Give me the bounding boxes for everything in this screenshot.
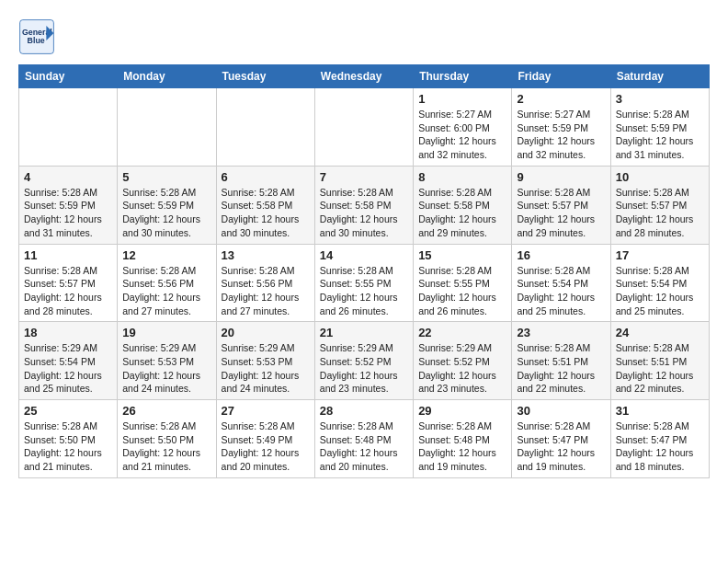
day-info: Sunrise: 5:28 AM Sunset: 5:59 PM Dayligh… [616,108,704,162]
day-info: Sunrise: 5:28 AM Sunset: 5:55 PM Dayligh… [418,264,506,318]
day-number: 17 [616,248,704,262]
calendar-week-row: 4Sunrise: 5:28 AM Sunset: 5:59 PM Daylig… [19,166,710,244]
day-number: 6 [222,170,310,184]
weekday-header-tuesday: Tuesday [216,65,314,88]
calendar-cell: 30Sunrise: 5:28 AM Sunset: 5:47 PM Dayli… [512,400,610,478]
calendar-week-row: 1Sunrise: 5:27 AM Sunset: 6:00 PM Daylig… [19,88,710,167]
calendar-cell: 18Sunrise: 5:29 AM Sunset: 5:54 PM Dayli… [19,322,118,400]
day-number: 26 [122,404,210,418]
day-info: Sunrise: 5:28 AM Sunset: 5:51 PM Dayligh… [616,341,704,396]
day-number: 19 [122,326,210,339]
day-number: 28 [320,404,408,418]
day-number: 4 [24,170,112,184]
calendar-cell [118,88,216,167]
calendar-week-row: 25Sunrise: 5:28 AM Sunset: 5:50 PM Dayli… [19,400,710,478]
day-info: Sunrise: 5:29 AM Sunset: 5:54 PM Dayligh… [24,341,112,396]
day-number: 27 [222,404,310,418]
calendar-week-row: 11Sunrise: 5:28 AM Sunset: 5:57 PM Dayli… [19,244,710,322]
svg-text:Blue: Blue [28,36,45,45]
calendar-cell: 31Sunrise: 5:28 AM Sunset: 5:47 PM Dayli… [610,400,709,478]
calendar-cell: 5Sunrise: 5:28 AM Sunset: 5:59 PM Daylig… [118,166,216,244]
calendar-cell: 20Sunrise: 5:29 AM Sunset: 5:53 PM Dayli… [216,322,314,400]
day-number: 9 [517,170,605,184]
calendar-cell: 13Sunrise: 5:28 AM Sunset: 5:56 PM Dayli… [216,244,314,322]
day-number: 7 [320,170,408,184]
calendar-cell: 26Sunrise: 5:28 AM Sunset: 5:50 PM Dayli… [118,400,216,478]
day-info: Sunrise: 5:28 AM Sunset: 5:47 PM Dayligh… [517,419,605,474]
day-info: Sunrise: 5:29 AM Sunset: 5:53 PM Dayligh… [222,341,310,396]
calendar-cell: 15Sunrise: 5:28 AM Sunset: 5:55 PM Dayli… [414,244,512,322]
calendar-cell: 2Sunrise: 5:27 AM Sunset: 5:59 PM Daylig… [512,88,610,167]
weekday-header-wednesday: Wednesday [314,65,413,88]
logo: General Blue [18,18,59,55]
day-number: 30 [517,404,605,418]
day-info: Sunrise: 5:28 AM Sunset: 5:57 PM Dayligh… [517,186,605,240]
day-number: 29 [418,404,506,418]
calendar-cell: 6Sunrise: 5:28 AM Sunset: 5:58 PM Daylig… [216,166,314,244]
day-info: Sunrise: 5:28 AM Sunset: 5:54 PM Dayligh… [616,264,704,318]
day-number: 21 [320,326,408,339]
calendar-cell [314,88,413,167]
day-info: Sunrise: 5:29 AM Sunset: 5:53 PM Dayligh… [122,341,210,396]
weekday-header-thursday: Thursday [414,65,512,88]
day-number: 1 [418,92,506,106]
calendar-cell: 24Sunrise: 5:28 AM Sunset: 5:51 PM Dayli… [610,322,709,400]
calendar-cell [19,88,118,167]
day-info: Sunrise: 5:28 AM Sunset: 5:59 PM Dayligh… [122,186,210,240]
day-info: Sunrise: 5:28 AM Sunset: 5:48 PM Dayligh… [418,419,506,474]
day-number: 8 [418,170,506,184]
day-number: 13 [222,248,310,262]
calendar-cell: 3Sunrise: 5:28 AM Sunset: 5:59 PM Daylig… [610,88,709,167]
day-number: 14 [320,248,408,262]
day-info: Sunrise: 5:28 AM Sunset: 5:56 PM Dayligh… [122,264,210,318]
calendar-cell: 22Sunrise: 5:29 AM Sunset: 5:52 PM Dayli… [414,322,512,400]
day-info: Sunrise: 5:28 AM Sunset: 5:57 PM Dayligh… [616,186,704,240]
weekday-header-friday: Friday [512,65,610,88]
calendar-cell: 16Sunrise: 5:28 AM Sunset: 5:54 PM Dayli… [512,244,610,322]
calendar-cell: 8Sunrise: 5:28 AM Sunset: 5:58 PM Daylig… [414,166,512,244]
calendar-cell: 17Sunrise: 5:28 AM Sunset: 5:54 PM Dayli… [610,244,709,322]
calendar-cell: 28Sunrise: 5:28 AM Sunset: 5:48 PM Dayli… [314,400,413,478]
calendar-cell: 29Sunrise: 5:28 AM Sunset: 5:48 PM Dayli… [414,400,512,478]
day-number: 12 [122,248,210,262]
day-number: 10 [616,170,704,184]
weekday-header-row: SundayMondayTuesdayWednesdayThursdayFrid… [19,65,710,88]
day-info: Sunrise: 5:28 AM Sunset: 5:58 PM Dayligh… [418,186,506,240]
calendar-cell: 21Sunrise: 5:29 AM Sunset: 5:52 PM Dayli… [314,322,413,400]
day-info: Sunrise: 5:28 AM Sunset: 5:50 PM Dayligh… [24,419,112,474]
day-number: 25 [24,404,112,418]
day-info: Sunrise: 5:28 AM Sunset: 5:50 PM Dayligh… [122,419,210,474]
day-number: 20 [222,326,310,339]
day-number: 5 [122,170,210,184]
weekday-header-saturday: Saturday [610,65,709,88]
day-info: Sunrise: 5:28 AM Sunset: 5:47 PM Dayligh… [616,419,704,474]
calendar-table: SundayMondayTuesdayWednesdayThursdayFrid… [18,64,710,478]
day-number: 11 [24,248,112,262]
calendar-cell: 1Sunrise: 5:27 AM Sunset: 6:00 PM Daylig… [414,88,512,167]
day-info: Sunrise: 5:28 AM Sunset: 5:48 PM Dayligh… [320,419,408,474]
calendar-week-row: 18Sunrise: 5:29 AM Sunset: 5:54 PM Dayli… [19,322,710,400]
logo-icon: General Blue [18,18,55,55]
day-info: Sunrise: 5:28 AM Sunset: 5:58 PM Dayligh… [222,186,310,240]
day-info: Sunrise: 5:28 AM Sunset: 5:49 PM Dayligh… [222,419,310,474]
day-number: 18 [24,326,112,339]
calendar-cell: 19Sunrise: 5:29 AM Sunset: 5:53 PM Dayli… [118,322,216,400]
day-info: Sunrise: 5:28 AM Sunset: 5:51 PM Dayligh… [517,341,605,396]
calendar-cell: 4Sunrise: 5:28 AM Sunset: 5:59 PM Daylig… [19,166,118,244]
day-info: Sunrise: 5:28 AM Sunset: 5:56 PM Dayligh… [222,264,310,318]
day-number: 31 [616,404,704,418]
day-info: Sunrise: 5:28 AM Sunset: 5:57 PM Dayligh… [24,264,112,318]
day-number: 16 [517,248,605,262]
day-number: 22 [418,326,506,339]
calendar-cell: 27Sunrise: 5:28 AM Sunset: 5:49 PM Dayli… [216,400,314,478]
day-number: 23 [517,326,605,339]
day-number: 3 [616,92,704,106]
header: General Blue [18,18,710,55]
calendar-cell: 10Sunrise: 5:28 AM Sunset: 5:57 PM Dayli… [610,166,709,244]
day-info: Sunrise: 5:29 AM Sunset: 5:52 PM Dayligh… [320,341,408,396]
day-info: Sunrise: 5:27 AM Sunset: 6:00 PM Dayligh… [418,108,506,162]
calendar-cell: 14Sunrise: 5:28 AM Sunset: 5:55 PM Dayli… [314,244,413,322]
calendar-cell: 12Sunrise: 5:28 AM Sunset: 5:56 PM Dayli… [118,244,216,322]
day-info: Sunrise: 5:28 AM Sunset: 5:58 PM Dayligh… [320,186,408,240]
day-number: 24 [616,326,704,339]
